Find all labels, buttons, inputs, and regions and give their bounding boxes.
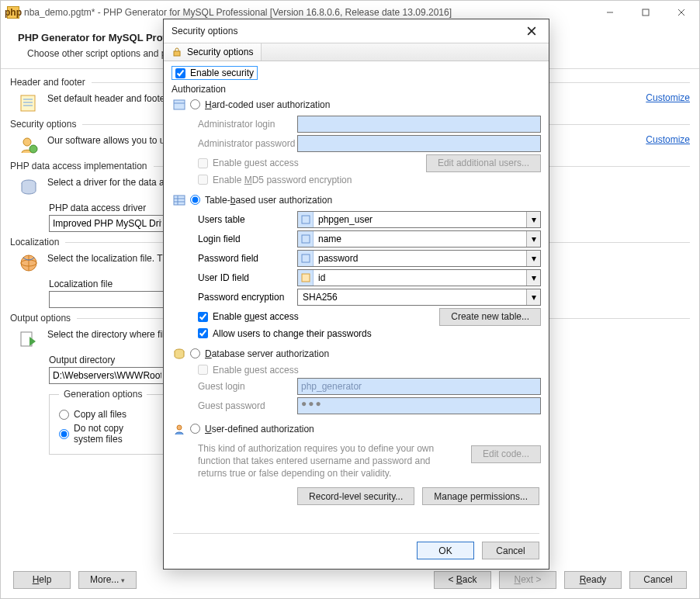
hardcoded-auth-radio[interactable]: Hard-coded user authorization [190, 99, 330, 110]
localization-file-input[interactable] [49, 291, 165, 308]
svg-rect-16 [174, 51, 180, 56]
help-button[interactable]: Help [13, 571, 71, 589]
user-icon [173, 423, 185, 435]
users-table-combo[interactable]: phpgen_user▾ [297, 211, 541, 228]
userdef-auth-radio[interactable]: User-defined authorization [190, 424, 314, 435]
guest-login-input [297, 378, 541, 395]
cancel-button[interactable]: Cancel [629, 571, 687, 589]
next-button: Next > [499, 571, 556, 589]
security-options-dialog: Security options Security options Enable… [163, 19, 549, 570]
svg-rect-19 [174, 196, 185, 205]
manage-permissions-button[interactable]: Manage permissions... [422, 487, 539, 505]
userid-field-combo[interactable]: id▾ [297, 269, 541, 286]
enable-security-checkbox[interactable]: Enable security [172, 66, 258, 80]
edit-code-button: Edit code... [471, 445, 541, 463]
ok-button[interactable]: OK [417, 542, 474, 559]
export-icon [18, 328, 40, 350]
customize-header-link[interactable]: Customize [646, 92, 690, 103]
admin-password-input [297, 135, 541, 152]
svg-rect-25 [302, 254, 310, 262]
table-icon [173, 99, 185, 111]
guest-password-input: ●●● [297, 397, 541, 414]
record-level-security-button[interactable]: Record-level security... [297, 487, 414, 505]
svg-rect-23 [302, 216, 310, 223]
login-field-combo[interactable]: name▾ [297, 230, 541, 248]
dialog-close-button[interactable] [522, 22, 541, 40]
dialog-cancel-button[interactable]: Cancel [482, 542, 539, 559]
customize-security-link[interactable]: Customize [646, 134, 690, 145]
ready-button[interactable]: Ready [564, 571, 622, 589]
maximize-button[interactable] [628, 1, 664, 24]
globe-icon [18, 252, 40, 274]
edit-additional-users-button: Edit additional users... [426, 154, 541, 172]
dialog-titlebar: Security options [164, 19, 549, 43]
close-button[interactable] [664, 1, 699, 24]
password-field-combo[interactable]: password▾ [297, 250, 541, 267]
back-button[interactable]: < Back [434, 571, 491, 589]
dialog-title: Security options [172, 26, 237, 36]
app-icon: php [7, 6, 19, 19]
userdef-note: This kind of authorization requires you … [198, 442, 438, 480]
generation-options-group: Generation options Copy all files Do not… [49, 389, 165, 455]
lock-icon [172, 47, 182, 57]
document-icon [18, 92, 40, 114]
tablebased-auth-radio[interactable]: Table-based user authorization [190, 195, 332, 206]
svg-rect-26 [302, 274, 310, 282]
svg-point-9 [29, 145, 37, 153]
copy-all-files-radio[interactable]: Copy all files [59, 409, 155, 420]
tb-guest-checkbox[interactable]: Enable guest access [198, 311, 299, 322]
output-dir-input[interactable] [49, 367, 165, 384]
create-new-table-button[interactable]: Create new table... [439, 308, 541, 326]
dialog-tabbar: Security options [164, 43, 549, 61]
server-icon [173, 348, 185, 360]
svg-rect-24 [302, 235, 310, 243]
svg-rect-4 [21, 95, 35, 111]
minimize-button[interactable] [592, 1, 628, 24]
hc-guest-checkbox: Enable guest access [198, 158, 299, 168]
db-guest-checkbox: Enable guest access [198, 365, 299, 376]
more-button[interactable]: More... [78, 571, 137, 589]
md5-checkbox: Enable MD5 password encryption [198, 175, 352, 185]
user-shield-icon [18, 134, 40, 156]
allow-change-password-checkbox[interactable]: Allow users to change their passwords [198, 328, 372, 339]
svg-rect-17 [174, 100, 185, 109]
encryption-combo[interactable]: SHA256▾ [297, 289, 541, 306]
svg-rect-1 [643, 9, 649, 16]
dbserver-auth-radio[interactable]: Database server authorization [190, 348, 329, 359]
database-icon [18, 176, 40, 198]
svg-point-8 [23, 138, 31, 146]
chevron-down-icon[interactable]: ▾ [526, 212, 540, 227]
driver-input[interactable] [49, 215, 165, 232]
admin-login-input [297, 116, 541, 133]
grid-icon [173, 194, 185, 206]
svg-point-28 [177, 425, 182, 430]
do-not-copy-radio[interactable]: Do not copy system files [59, 423, 155, 445]
tab-security-options[interactable]: Security options [164, 43, 262, 61]
authorization-heading: Authorization [172, 84, 541, 95]
